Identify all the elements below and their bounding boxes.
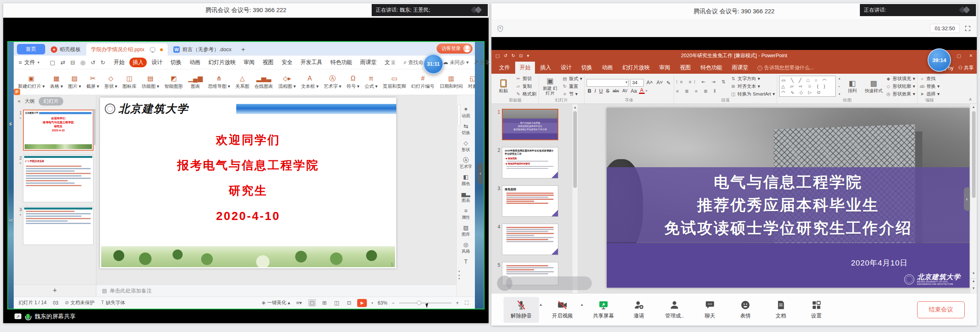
slide-sorter-icon[interactable]: ⊞ [320, 299, 328, 307]
tab-home[interactable]: 首页 [17, 44, 45, 54]
rail-tool-button[interactable]: ◧ 颜色 [462, 174, 470, 187]
wps-ribbon-button[interactable]: ◇▸ 流程图 ▾ [276, 71, 298, 94]
bold-button[interactable]: B [587, 88, 592, 94]
rail-tool-button[interactable]: ≡ 属性 [462, 208, 470, 220]
wps-ribbon-button[interactable]: ▨ 图片 ▾ [65, 71, 83, 94]
underline-button[interactable]: U [598, 88, 604, 94]
meeting-timer-bubble[interactable]: 31:11 [423, 54, 443, 74]
strikethrough-button[interactable]: S [605, 88, 610, 94]
smartart-button[interactable]: ◫转换为 SmartArt ▾ [730, 91, 775, 98]
slide-thumbnail-row[interactable]: 1✶ 北京建筑大学 欢迎同学们报考电气与信息工程学院研究生2020-4-10 [15, 110, 94, 151]
save-icon[interactable]: ▢ [50, 59, 55, 66]
security-shield-icon[interactable] [497, 25, 504, 32]
rail-tool-button[interactable]: Ⓐ 艺术字 [460, 157, 472, 170]
ppt-menu-item[interactable]: 设计 [556, 62, 576, 74]
main-slide[interactable]: 北京建筑大学 欢迎同学们报考电气与信息工程学院研究生2020-4-10 1 [100, 98, 396, 268]
ppt-menu-item[interactable]: 切换 [577, 62, 597, 74]
wps-ribbon-button[interactable]: ▥ 日期和时间 [437, 71, 466, 94]
format-painter-button[interactable]: ✎格式刷 [516, 91, 537, 98]
wps-menu-item[interactable]: 开发工具 [298, 58, 326, 67]
text-direction-button[interactable]: ⇅文字方向 ▾ [730, 75, 775, 82]
wps-ribbon-button[interactable]: ◱ 对象 [466, 71, 475, 94]
audio-options-caret[interactable]: ▲ [539, 303, 545, 307]
cut-button[interactable]: ✂剪切 [516, 75, 537, 82]
wps-ribbon-button[interactable]: ◫ 图标库 [120, 71, 139, 94]
ppt-menu-item[interactable]: 特色功能 [696, 62, 727, 74]
rail-tool-button[interactable]: ▅▂ 图表 [462, 191, 470, 203]
slide-2-thumbnail[interactable]: (一) 学院历史沿革 [23, 155, 94, 202]
panel-scrollbar[interactable] [93, 109, 96, 145]
wps-ribbon-button[interactable]: π 公式 ▾ [362, 71, 380, 94]
rail-scrollbar[interactable] [458, 104, 460, 127]
slide-2-thumbnail[interactable]: 2020年推荐优秀应届本科毕业生免试攻读硕士学位研究生工作 ◆ 推免范围 ◆ 推… [502, 147, 558, 178]
preview-icon[interactable]: ◎ [80, 59, 85, 66]
panel-collapse-handle[interactable]: ‹ [478, 163, 483, 184]
font-name-select[interactable] [587, 79, 628, 87]
wps-ribbon-button[interactable]: ✂ 截屏 ▾ [83, 71, 102, 94]
rail-tool-button[interactable]: ⇆ 切换 [462, 123, 470, 136]
wps-menu-item[interactable]: 文 [381, 58, 398, 67]
panel-collapse-icon[interactable]: « [18, 98, 21, 104]
wps-ribbon-button[interactable]: ◩ 智能图形 [162, 71, 185, 94]
wps-menu-item[interactable]: 安全 [279, 58, 296, 67]
shape-fill-button[interactable]: ◆形状填充 ▾ [886, 75, 915, 82]
fit-slide-icon[interactable]: ⛶ [463, 299, 470, 307]
share-button[interactable]: ↗ 分享 [474, 59, 490, 66]
fullscreen-icon[interactable] [964, 25, 971, 32]
start-video-button[interactable]: 开启视频 [545, 297, 580, 323]
slide-1-thumbnail[interactable]: 电气与信息工程学院推荐优秀应届本科毕业生免试攻读硕士学位研究生工作介绍 [502, 109, 558, 140]
tab-docer[interactable]: ✦ 稻壳模板 [46, 44, 85, 56]
change-case-button[interactable]: Aa [630, 88, 638, 94]
char-spacing-button[interactable]: AV [621, 89, 628, 93]
output-icon[interactable]: ⇄ [60, 59, 65, 66]
slide-thumbnail-row[interactable]: 2✶ (一) 学院历史沿革 [15, 155, 94, 202]
tab-slides[interactable]: 幻灯片 [39, 97, 64, 106]
normal-view-icon[interactable]: ▢ [308, 299, 316, 307]
panel-scrollbar[interactable]: ▲ [572, 104, 578, 293]
slide-3-thumbnail[interactable] [23, 206, 94, 245]
add-slide-button[interactable]: + [14, 284, 96, 297]
copy-button[interactable]: ▱复制 [516, 83, 537, 90]
wps-ribbon-button[interactable]: ▤ 功能图 ▾ [139, 71, 162, 94]
wps-ribbon-button[interactable]: ▭ 页眉和页脚 [380, 71, 409, 94]
arrange-button[interactable]: ◧排列 [843, 79, 861, 93]
quick-styles-button[interactable]: ▩快速样式 [864, 79, 883, 93]
slide-4-thumbnail[interactable] [502, 224, 558, 255]
wps-ribbon-button[interactable]: ⋔ 思维导图 ▾ [205, 71, 233, 94]
rail-tool-button[interactable]: ◎ 风格 [462, 242, 470, 254]
share-button[interactable]: ⚇ 共享 [958, 64, 974, 71]
wps-menu-item[interactable]: 审阅 [241, 58, 258, 67]
wps-ribbon-button[interactable]: ▦ 表格 ▾ [47, 71, 65, 94]
font-size-select[interactable]: 34 [630, 79, 644, 87]
wps-menu-item[interactable]: 视图 [260, 58, 277, 67]
zoom-slider[interactable] [399, 303, 452, 303]
manage-members-button[interactable]: 管理成.. [657, 297, 692, 323]
panel-collapse-handle[interactable]: ‹ [964, 187, 970, 211]
redo-icon[interactable]: ↻ [100, 59, 105, 66]
layout-button[interactable]: ▤版式 ▾ [562, 75, 583, 82]
shape-effects-button[interactable]: ◎形状效果 ▾ [886, 91, 915, 98]
collapse-ribbon-icon[interactable]: ∧ [965, 95, 976, 104]
wps-ribbon-button[interactable]: ▁▄▆ 图表 [185, 71, 205, 94]
play-slideshow-button[interactable]: ▶ [357, 299, 367, 307]
guest-login-button[interactable]: 访客登录 [437, 44, 472, 54]
wps-menu-item[interactable]: 切换 [167, 58, 185, 67]
ppt-menu-item[interactable]: 审阅 [655, 62, 675, 74]
tab-docx-document[interactable]: W 前言（无参考）.docx [169, 44, 236, 56]
ppt-menu-item[interactable]: 动画 [597, 62, 617, 74]
slideshow-view-icon[interactable]: ⊡ [345, 299, 353, 307]
ppt-menu-item[interactable]: 雨课堂 [728, 62, 753, 74]
wps-menu-item[interactable]: 动画 [186, 58, 204, 67]
wps-menu-item[interactable]: 插入 [129, 58, 147, 67]
reset-button[interactable]: ↻重置 [562, 83, 583, 90]
wps-menu-item[interactable]: 特色功能 [327, 58, 356, 67]
wps-ribbon-button[interactable]: A 文本框 ▾ [298, 71, 321, 94]
sync-status[interactable]: ☁ 未同步 ▾ [443, 59, 469, 66]
display-options-icon[interactable]: ≡▾ [295, 299, 304, 307]
ppt-title-bar[interactable]: ▢↺↻⊡▾ 2020年研究生推免工作 [兼容模式] - PowerPoint —… [491, 50, 977, 61]
documents-button[interactable]: 文档 [763, 297, 799, 323]
new-tab-button[interactable]: + [237, 44, 249, 56]
shapes-gallery[interactable]: ▭ ╲ ╱ □ ○ ◠ △ ▱ ⇨ ☆ { } ◠ ∿ ◇ ▷ ⊙ [779, 76, 836, 97]
wps-ribbon-button[interactable]: △ 关系图 [233, 71, 252, 94]
chat-button[interactable]: 聊天 [692, 297, 728, 323]
